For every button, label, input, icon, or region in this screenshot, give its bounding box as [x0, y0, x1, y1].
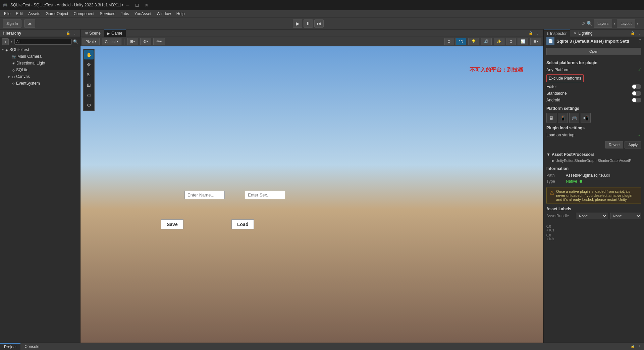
- scene-tab-label: Scene: [89, 31, 101, 36]
- hidden-button[interactable]: ⊘: [506, 38, 516, 45]
- menu-assets[interactable]: Assets: [25, 11, 43, 17]
- inspector-lock-icon[interactable]: 🔒: [630, 31, 635, 36]
- tab-game[interactable]: ▶ Game: [104, 30, 126, 37]
- sqlite-icon: ◇: [12, 68, 15, 72]
- hierarchy-item-main-camera[interactable]: 📷 Main Camera: [0, 53, 80, 60]
- asset-bundle-select2[interactable]: None: [610, 213, 642, 219]
- layers-button[interactable]: Layers: [594, 19, 612, 28]
- android-row: Android: [546, 97, 641, 103]
- persp-button[interactable]: ⊙: [444, 38, 453, 45]
- pause-button[interactable]: ⏸: [304, 19, 313, 28]
- cloud-button[interactable]: ☁: [24, 19, 35, 28]
- scene-panel-menu[interactable]: ⋮: [535, 31, 540, 36]
- postproc-arrow-icon2: ▶: [552, 159, 554, 163]
- fx-button[interactable]: ✨: [494, 38, 504, 45]
- title-text: SQLiteTest - SQLiteTest - Android - Unit…: [10, 3, 124, 7]
- menu-help[interactable]: Help: [174, 11, 187, 17]
- sqlite-label: SQLite: [16, 68, 29, 72]
- camera-icon: 📷: [12, 55, 16, 58]
- menu-yooasset[interactable]: YooAsset: [132, 11, 154, 17]
- close-button[interactable]: ✕: [143, 2, 151, 8]
- maximize-button[interactable]: □: [133, 2, 141, 8]
- tab-inspector[interactable]: ℹ Inspector: [544, 30, 570, 37]
- load-game-button[interactable]: Load: [231, 219, 254, 229]
- hierarchy-item-directional-light[interactable]: ☀ Directional Light: [0, 60, 80, 67]
- name-input[interactable]: [184, 191, 225, 199]
- step-button[interactable]: ⏭: [314, 19, 324, 28]
- minimize-button[interactable]: ─: [124, 2, 132, 8]
- revert-button[interactable]: Revert: [605, 141, 623, 148]
- postproc-arrow-icon: ▼: [546, 152, 550, 157]
- global-button[interactable]: Global ▾: [102, 38, 121, 45]
- menu-window[interactable]: Window: [154, 11, 174, 17]
- view-button[interactable]: 👁▾: [153, 38, 165, 45]
- hierarchy-lock-icon[interactable]: 🔒: [65, 31, 71, 36]
- move-tool-button[interactable]: ✥: [84, 60, 94, 70]
- menu-gameobject[interactable]: GameObject: [43, 11, 71, 17]
- hierarchy-item-canvas[interactable]: ▶ ◻ Canvas: [0, 73, 80, 80]
- pivot-button[interactable]: Pivot ▾: [83, 38, 100, 45]
- hierarchy-item-eventsystem[interactable]: ◇ EventSystem: [0, 80, 80, 87]
- inspector-body: 📄 Sqlite 3 (Default Asset) Import Setti …: [544, 37, 644, 343]
- tab-project[interactable]: Project: [0, 343, 20, 350]
- gizmo-toggle-button[interactable]: ⊞▾: [530, 38, 541, 45]
- asset-labels-header: Asset Labels: [546, 207, 641, 211]
- gizmos-button[interactable]: ⊙▾: [140, 38, 151, 45]
- tab-scene[interactable]: ⊞ Scene: [82, 30, 104, 37]
- menu-services[interactable]: Services: [97, 11, 118, 17]
- scale-tool-button[interactable]: ⊞: [84, 80, 94, 90]
- tablet-icon[interactable]: 📱: [558, 113, 568, 123]
- menu-file[interactable]: File: [1, 11, 13, 17]
- asset-icon: 📄: [546, 37, 554, 45]
- hierarchy-menu-icon[interactable]: ⋮: [72, 31, 77, 36]
- 2d-button[interactable]: 2D: [455, 38, 466, 45]
- inspector-menu-icon[interactable]: ⋮: [637, 31, 642, 36]
- hierarchy-item-sqlite[interactable]: ◇ SQLite: [0, 67, 80, 73]
- standalone-toggle[interactable]: [632, 91, 641, 96]
- gamepad-icon[interactable]: 🎮: [569, 113, 579, 123]
- path-row: Path Assets/Plugins/sqlite3.dll: [546, 172, 641, 178]
- audio-button[interactable]: 🔊: [481, 38, 492, 45]
- play-button[interactable]: ▶: [293, 19, 302, 28]
- hierarchy-toolbar: + ▾ 🔍: [0, 37, 80, 46]
- layout-button[interactable]: Layout: [617, 19, 635, 28]
- sex-input[interactable]: [245, 191, 285, 199]
- hierarchy-search-input[interactable]: [14, 39, 72, 45]
- tab-console[interactable]: Console: [20, 343, 43, 350]
- canvas-icon: ◻: [12, 75, 15, 79]
- menu-edit[interactable]: Edit: [13, 11, 25, 17]
- postproc-item: ▶ UnityEditor.ShaderGraph.ShaderGraphAss…: [546, 158, 641, 164]
- hierarchy-root[interactable]: ▼ ◈ SQLiteTest: [0, 46, 80, 53]
- warning-icon: ⚠: [549, 189, 554, 202]
- exclude-platforms-row[interactable]: Exclude Platforms: [546, 73, 641, 83]
- save-game-button[interactable]: Save: [161, 219, 183, 229]
- apply-button[interactable]: Apply: [625, 141, 641, 148]
- type-dot: [580, 180, 582, 183]
- lighting-button[interactable]: 💡: [468, 38, 479, 45]
- chevron-down-icon-2: ▾: [637, 21, 639, 26]
- mobile-icon[interactable]: 📲: [581, 113, 591, 123]
- grid-button[interactable]: ⊞▾: [127, 38, 138, 45]
- asset-bundle-select[interactable]: None: [576, 213, 607, 219]
- rect-tool-button[interactable]: ▭: [84, 90, 94, 100]
- monitor-icon[interactable]: 🖥: [546, 113, 556, 123]
- rotate-tool-button[interactable]: ↻: [84, 70, 94, 80]
- editor-toggle[interactable]: [632, 84, 641, 89]
- hierarchy-search-icon: 🔍: [73, 39, 78, 44]
- tab-lighting[interactable]: ☀ Lighting: [570, 30, 596, 37]
- asset-postproc-header[interactable]: ▼ Asset PostProcessors: [546, 151, 641, 158]
- hierarchy-add-button[interactable]: +: [2, 38, 9, 45]
- transform-tool-button[interactable]: ⚙: [84, 100, 94, 110]
- scene-panel-lock[interactable]: 🔒: [528, 31, 533, 36]
- load-on-startup-row: Load on startup ✓: [546, 132, 641, 138]
- sign-in-button[interactable]: Sign In: [3, 19, 21, 28]
- android-toggle[interactable]: [632, 98, 641, 102]
- open-button[interactable]: Open: [546, 48, 641, 55]
- hand-tool-button[interactable]: ✋: [84, 50, 94, 59]
- bottom-panel-menu[interactable]: ⋮: [637, 344, 642, 349]
- menu-jobs[interactable]: Jobs: [118, 11, 131, 17]
- menu-component[interactable]: Component: [71, 11, 97, 17]
- stats-button[interactable]: 📊: [518, 38, 528, 45]
- bottom-panel-lock[interactable]: 🔒: [630, 344, 635, 349]
- toolbar-sep-1: [124, 39, 124, 45]
